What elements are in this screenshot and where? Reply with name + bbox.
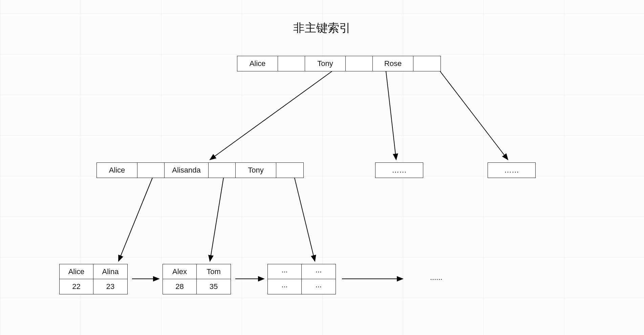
leaf-placeholder-dots: ······ [430, 275, 443, 284]
leaf-node-1: Alice Alina 22 23 [59, 264, 128, 294]
arrow-root-to-mid-ph2 [440, 71, 508, 160]
leaf2-top-1: Tom [197, 264, 231, 279]
leaf2-top-0: Alex [163, 264, 197, 279]
root-ptr-1 [346, 56, 373, 71]
mid-node: Alice Alisanda Tony [96, 162, 304, 178]
leaf1-bot-0: 22 [60, 279, 93, 294]
root-ptr-2 [413, 56, 441, 71]
leaf2-bot-1: 35 [197, 279, 231, 294]
mid-ptr-2 [276, 163, 303, 178]
leaf1-top-0: Alice [60, 264, 93, 279]
mid-ptr-1 [209, 163, 236, 178]
root-key-1: Tony [305, 56, 346, 71]
root-ptr-0 [278, 56, 305, 71]
mid-key-2: Tony [236, 163, 276, 178]
leaf-node-3: ··· ··· ··· ··· [267, 264, 336, 294]
leaf1-bot-1: 23 [93, 279, 127, 294]
mid-key-1: Alisanda [165, 163, 209, 178]
leaf3-bot-0: ··· [268, 279, 302, 294]
diagram-canvas: 非主键索引 Alice Tony Rose Alice Alisanda Ton… [0, 0, 644, 335]
leaf2-bot-0: 28 [163, 279, 197, 294]
root-key-2: Rose [373, 56, 413, 71]
leaf1-top-1: Alina [93, 264, 127, 279]
mid-placeholder-2: …… [488, 162, 536, 178]
leaf3-top-1: ··· [302, 264, 336, 279]
mid-ptr-0 [137, 163, 165, 178]
root-node: Alice Tony Rose [237, 56, 441, 71]
leaf3-top-0: ··· [268, 264, 302, 279]
arrow-mid-to-leaf1 [119, 178, 152, 261]
arrow-root-to-mid-ph1 [386, 71, 396, 160]
mid-placeholder-1: …… [375, 162, 423, 178]
diagram-title: 非主键索引 [293, 20, 351, 36]
arrow-root-to-mid [210, 71, 332, 160]
arrow-mid-to-leaf3 [295, 178, 315, 261]
leaf3-bot-1: ··· [302, 279, 336, 294]
leaf-node-2: Alex Tom 28 35 [163, 264, 231, 294]
root-key-0: Alice [237, 56, 278, 71]
mid-key-0: Alice [97, 163, 137, 178]
arrow-mid-to-leaf2 [210, 178, 223, 261]
